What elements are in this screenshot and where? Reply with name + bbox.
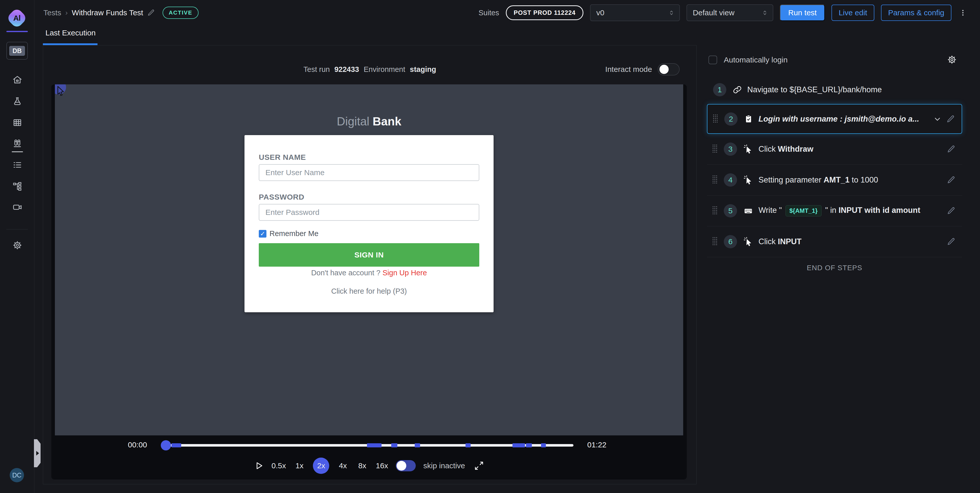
status-badge: ACTIVE	[162, 6, 199, 19]
edit-title-icon[interactable]	[147, 9, 155, 17]
parameter-chip: ${AMT_1}	[786, 205, 821, 216]
drag-handle-icon[interactable]	[712, 237, 718, 246]
home-icon	[12, 75, 22, 85]
speed-option-16x[interactable]: 16x	[375, 461, 388, 470]
breadcrumb-separator: ›	[65, 9, 68, 17]
speed-option-8x[interactable]: 8x	[356, 461, 368, 470]
edit-step-icon[interactable]	[947, 176, 956, 184]
flask-icon	[12, 96, 22, 106]
sidebar-item-home[interactable]	[0, 71, 35, 88]
step-row-3[interactable]: 3Click Withdraw	[707, 134, 962, 165]
play-button[interactable]	[254, 461, 264, 471]
auto-login-checkbox[interactable]	[708, 55, 717, 64]
password-label: PASSWORD	[259, 193, 304, 201]
step-text-part: INPUT with id amount	[838, 206, 920, 215]
bank-app-title: Digital Bank	[55, 114, 683, 128]
steps-settings-gear-icon[interactable]	[947, 55, 957, 65]
drag-handle-icon[interactable]	[712, 206, 718, 216]
params-config-button[interactable]: Params & config	[881, 5, 951, 21]
skip-inactive-label: skip inactive	[423, 461, 465, 470]
username-input[interactable]	[259, 164, 479, 181]
sidebar-item-list[interactable]	[0, 157, 35, 173]
env-value: staging	[410, 65, 436, 74]
login-card: USER NAME PASSWORD ✓ Remember Me SIGN IN…	[245, 135, 493, 312]
drag-handle-icon[interactable]	[712, 144, 718, 154]
sidebar-item-flows[interactable]	[0, 178, 35, 195]
no-account-text: Don't have account ?	[311, 269, 380, 277]
edit-step-icon[interactable]	[947, 237, 956, 246]
step-row-1[interactable]: 1Navigate to ${BASE_URL}/bank/home	[707, 75, 962, 104]
table-icon	[12, 117, 22, 128]
app-logo[interactable]: Al	[8, 10, 25, 27]
edit-step-icon[interactable]	[947, 145, 956, 154]
sidebar-expand-handle[interactable]	[34, 439, 41, 467]
sign-in-button[interactable]: SIGN IN	[259, 243, 479, 266]
step-text-part: Click	[759, 237, 778, 246]
timeline-segment	[526, 443, 531, 447]
step-text-part: Click	[759, 144, 778, 154]
sidebar-item-recordings[interactable]	[0, 199, 35, 216]
expand-triangle-icon	[36, 451, 39, 455]
env-label: Environment	[364, 65, 405, 74]
end-of-steps-label: END OF STEPS	[707, 264, 962, 272]
live-edit-button[interactable]: Live edit	[832, 5, 874, 21]
breadcrumb-tests[interactable]: Tests	[43, 8, 61, 17]
step-row-5[interactable]: 5Write " ${AMT_1} " in INPUT with id amo…	[707, 195, 962, 227]
drag-handle-icon[interactable]	[713, 114, 718, 124]
step-text-part: to 1000	[850, 175, 878, 184]
interact-mode: Interact mode	[605, 62, 679, 77]
help-link[interactable]: Click here for help (P3)	[259, 287, 479, 295]
step-row-6[interactable]: 6Click INPUT	[707, 227, 962, 257]
sign-up-link[interactable]: Sign Up Here	[383, 269, 427, 277]
logo-letters: Al	[8, 10, 25, 27]
chevron-down-icon[interactable]	[933, 115, 942, 124]
drag-handle-icon[interactable]	[712, 175, 718, 185]
cursor-icon	[744, 175, 753, 185]
toggle-knob	[396, 461, 406, 471]
step-number-badge: 5	[724, 204, 737, 217]
timeline: 00:00 01:22	[51, 440, 687, 451]
step-text-part: Setting parameter	[759, 175, 824, 184]
fullscreen-icon[interactable]	[474, 461, 484, 471]
run-test-button[interactable]: Run test	[780, 5, 825, 21]
suite-pill[interactable]: POST PROD 112224	[506, 5, 584, 20]
playhead[interactable]	[161, 440, 171, 450]
topbar: Tests › Withdraw Funds Test ACTIVE Suite…	[35, 0, 980, 25]
sidebar-item-tests[interactable]	[0, 93, 35, 109]
step-number-badge: 6	[724, 235, 737, 248]
step-row-4[interactable]: 4Setting parameter AMT_1 to 1000	[707, 165, 962, 195]
edit-step-icon[interactable]	[946, 115, 955, 124]
skip-inactive-toggle[interactable]	[396, 460, 416, 471]
interact-mode-toggle[interactable]	[658, 63, 679, 76]
sort-arrows-icon	[762, 10, 768, 16]
step-text: Setting parameter AMT_1 to 1000	[759, 175, 947, 185]
edit-step-icon[interactable]	[947, 206, 956, 215]
sidebar-divider-bottom	[6, 229, 28, 230]
video-frame[interactable]: Digital Bank USER NAME PASSWORD ✓ Rememb…	[55, 84, 683, 435]
clipboard-icon	[744, 115, 753, 124]
timeline-segment	[367, 443, 382, 447]
password-input[interactable]	[259, 204, 479, 221]
speed-option-2x[interactable]: 2x	[313, 458, 329, 474]
interact-mode-label: Interact mode	[605, 65, 652, 74]
suites-label: Suites	[479, 9, 499, 17]
player-controls: 0.5x1x2x4x8x16x skip inactive	[51, 457, 687, 475]
sidebar-item-suites[interactable]	[0, 135, 35, 152]
workspace-selector[interactable]: DB	[6, 42, 28, 60]
run-id: 922433	[334, 65, 359, 74]
remember-me-checkbox[interactable]: ✓	[259, 230, 266, 238]
version-select[interactable]: v0	[590, 4, 680, 21]
sidebar-item-settings[interactable]	[0, 237, 35, 254]
speed-option-0.5x[interactable]: 0.5x	[272, 461, 286, 470]
speed-option-1x[interactable]: 1x	[293, 461, 305, 470]
auto-login-row: Automatically login	[708, 55, 788, 64]
speed-option-4x[interactable]: 4x	[337, 461, 348, 470]
sidebar-item-grid[interactable]	[0, 114, 35, 131]
tab-last-execution[interactable]: Last Execution	[45, 29, 96, 37]
view-select[interactable]: Default view	[687, 4, 773, 21]
step-row-2[interactable]: 2Login with username : jsmith@demo.io a.…	[707, 104, 962, 134]
step-number-badge: 1	[713, 83, 726, 96]
kebab-menu-icon[interactable]	[958, 9, 968, 17]
timeline-track[interactable]	[169, 444, 573, 447]
user-avatar[interactable]: DC	[10, 468, 24, 482]
